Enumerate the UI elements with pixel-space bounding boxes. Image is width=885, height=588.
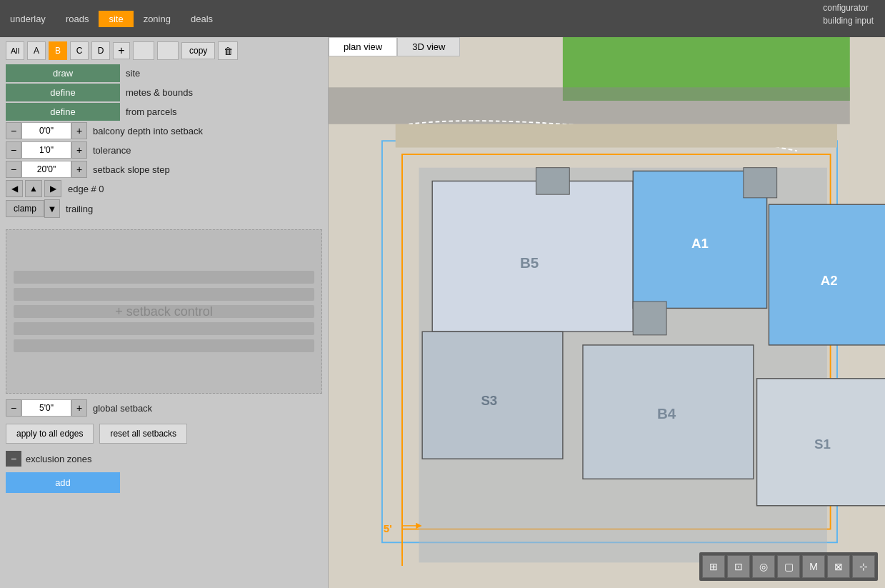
letter-b[interactable]: B	[49, 41, 67, 60]
main-layout: All A B C D + copy 🗑 draw site define me…	[0, 37, 885, 588]
tolerance-label: tolerance	[93, 145, 131, 156]
bottom-toolbar: ⊞ ⊡ ◎ ▢ M ⊠ ⊹	[699, 552, 878, 581]
exclusion-row: − exclusion zones	[6, 451, 322, 467]
define-metes-row: define metes & bounds	[6, 84, 322, 101]
svg-text:A1: A1	[691, 236, 709, 251]
map-svg: B5 A1 A2 S3 B4 S1 5'	[329, 37, 885, 588]
nav-left: underlay roads site zoning deals	[0, 0, 223, 37]
svg-text:A2: A2	[821, 273, 838, 288]
tool-cube[interactable]: ▢	[777, 555, 800, 578]
apply-reset-row: apply to all edges reset all setbacks	[6, 424, 322, 444]
global-minus[interactable]: −	[6, 399, 21, 417]
svg-text:5': 5'	[384, 522, 392, 534]
add-button[interactable]: add	[6, 472, 120, 493]
nav-building-input[interactable]: building input	[811, 14, 885, 29]
tool-circle[interactable]: ◎	[752, 555, 775, 578]
tool-m[interactable]: M	[802, 555, 825, 578]
clamp-row: clamp ▼ trailing	[6, 199, 322, 218]
nav-configurator[interactable]: configurator	[811, 0, 885, 14]
letter-all[interactable]: All	[6, 41, 24, 60]
draw-button[interactable]: draw	[6, 64, 120, 82]
slope-plus[interactable]: +	[71, 161, 87, 178]
map-panel: plan view 3D view B5	[329, 37, 885, 588]
letter-d[interactable]: D	[91, 41, 110, 60]
edge-up[interactable]: ▲	[25, 180, 42, 197]
edge-label: edge # 0	[68, 184, 104, 194]
svg-rect-19	[633, 302, 666, 335]
tolerance-input[interactable]	[21, 141, 71, 159]
svg-rect-20	[744, 168, 777, 198]
global-label: global setback	[93, 403, 152, 414]
balcony-depth-row: − + balcony depth into setback	[6, 122, 322, 139]
global-input[interactable]	[21, 399, 71, 417]
global-setback-row: − + global setback	[6, 399, 322, 417]
svg-text:S3: S3	[481, 393, 497, 408]
stripe-2	[14, 288, 314, 301]
tool-grid[interactable]: ⊞	[702, 555, 725, 578]
letter-a[interactable]: A	[27, 41, 46, 60]
tolerance-plus[interactable]: +	[71, 141, 87, 159]
slope-input[interactable]	[21, 161, 71, 178]
define-metes-button[interactable]: define	[6, 84, 120, 101]
exclusion-label: exclusion zones	[26, 454, 92, 464]
3d-view-tab[interactable]: 3D view	[397, 37, 460, 56]
letter-spacer2	[157, 41, 179, 60]
define-parcels-button[interactable]: define	[6, 103, 120, 121]
nav-site[interactable]: site	[99, 11, 133, 27]
nav-right: configurator building input	[811, 0, 885, 37]
global-plus[interactable]: +	[71, 399, 87, 417]
svg-text:S1: S1	[814, 437, 831, 452]
exclusion-minus[interactable]: −	[6, 451, 21, 467]
stripe-1	[14, 271, 314, 284]
delete-button[interactable]: 🗑	[218, 41, 238, 60]
slope-minus[interactable]: −	[6, 161, 21, 178]
add-letter-button[interactable]: +	[113, 42, 130, 59]
apply-edges-button[interactable]: apply to all edges	[6, 424, 94, 444]
letter-spacer	[133, 41, 154, 60]
nav-underlay[interactable]: underlay	[0, 11, 56, 27]
letter-row: All A B C D + copy 🗑	[6, 41, 322, 60]
top-nav: underlay roads site zoning deals configu…	[0, 0, 885, 37]
setback-control-box[interactable]: + setback control	[6, 229, 322, 394]
draw-row: draw site	[6, 64, 322, 82]
define-metes-label: metes & bounds	[126, 87, 193, 98]
slope-label: setback slope step	[93, 164, 170, 175]
stripe-4	[14, 322, 314, 335]
tolerance-row: − + tolerance	[6, 141, 322, 159]
tool-expand[interactable]: ⊹	[852, 555, 875, 578]
letter-c[interactable]: C	[70, 41, 89, 60]
define-parcels-label: from parcels	[126, 106, 177, 117]
stripe-5	[14, 339, 314, 352]
balcony-plus[interactable]: +	[71, 122, 87, 139]
draw-label: site	[126, 68, 140, 79]
clamp-label: trailing	[66, 204, 93, 214]
nav-roads[interactable]: roads	[56, 11, 99, 27]
edge-prev[interactable]: ◀	[6, 180, 23, 197]
left-panel: All A B C D + copy 🗑 draw site define me…	[0, 37, 329, 588]
define-parcels-row: define from parcels	[6, 103, 322, 121]
tool-cross[interactable]: ⊠	[827, 555, 850, 578]
balcony-minus[interactable]: −	[6, 122, 21, 139]
svg-text:B4: B4	[657, 405, 676, 422]
nav-deals[interactable]: deals	[181, 11, 223, 27]
plan-view-tab[interactable]: plan view	[329, 37, 397, 56]
balcony-input[interactable]	[21, 122, 71, 139]
svg-rect-18	[536, 168, 569, 194]
tolerance-minus[interactable]: −	[6, 141, 21, 159]
balcony-label: balcony depth into setback	[93, 126, 203, 136]
nav-zoning[interactable]: zoning	[134, 11, 181, 27]
slope-row: − + setback slope step	[6, 161, 322, 178]
clamp-button[interactable]: clamp	[6, 200, 44, 217]
tool-frame[interactable]: ⊡	[727, 555, 750, 578]
svg-rect-2	[329, 87, 850, 124]
setback-plus-label: + setback control	[115, 304, 213, 319]
clamp-dropdown[interactable]: ▼	[44, 199, 60, 218]
view-tabs: plan view 3D view	[329, 37, 460, 56]
edge-next[interactable]: ▶	[44, 180, 61, 197]
edge-row: ◀ ▲ ▶ edge # 0	[6, 180, 322, 197]
copy-button[interactable]: copy	[181, 42, 215, 59]
controls-section: All A B C D + copy 🗑 draw site define me…	[0, 37, 328, 226]
reset-button[interactable]: reset all setbacks	[99, 424, 187, 444]
svg-text:B5: B5	[520, 254, 539, 271]
